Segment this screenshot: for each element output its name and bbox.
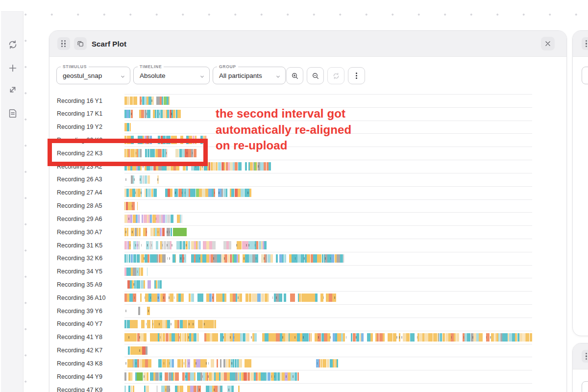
row-gridline [124,199,532,200]
recording-label: Recording 27 A4 [57,186,102,199]
card-header [573,31,588,57]
row-gridline [124,318,532,318]
recording-row: Recording 32 K6 [49,252,566,265]
scarf-bar [124,268,532,276]
recording-label: Recording 47 K9 [57,383,102,392]
recording-row: Recording 27 A4 [49,186,566,199]
recording-label: Recording 17 K1 [57,107,102,121]
row-gridline [124,94,532,95]
row-gridline [124,370,532,370]
scarf-bar [124,280,532,289]
recording-label: Recording 40 Y7 [57,318,102,331]
recording-row: Recording 44 Y9 [49,370,566,383]
row-gridline [124,173,532,173]
row-gridline [124,291,532,292]
scarf-bar [124,320,532,328]
recording-label: Recording 30 A7 [57,225,102,239]
recording-label: Recording 39 Y6 [57,304,102,318]
scarf-rows: Recording 16 Y1Recording 17 K1Recording … [49,31,566,392]
scarf-plot-card: Scarf Plot STIMULUS geostul_snap TIMELIN… [49,30,567,392]
side-card-bottom [572,343,588,392]
scarf-bar [124,241,532,249]
recording-row: Recording 39 Y6 [49,304,566,318]
annotation-text: the second interval got automatically re… [216,106,351,154]
side-card-select[interactable] [582,67,588,84]
row-gridline [124,383,532,384]
side-card-select[interactable] [582,381,588,392]
drag-handle-icon [586,353,588,360]
row-gridline [124,225,532,226]
row-gridline [124,331,532,331]
recording-row: Recording 26 A3 [49,173,566,186]
scarf-bar [124,97,532,105]
expand-icon[interactable] [7,84,18,95]
row-gridline [124,265,532,266]
row-gridline [124,344,532,344]
scarf-bar [124,254,532,263]
sync-icon[interactable] [7,39,18,50]
recording-row: Recording 36 A10 [49,291,566,304]
recording-label: Recording 31 K5 [57,239,102,252]
recording-label: Recording 42 K7 [57,344,102,357]
green-segment [137,372,143,381]
recording-row: Recording 16 Y1 [49,94,566,107]
drag-handle-icon [586,40,588,48]
recording-row: Recording 35 A9 [49,278,566,291]
scarf-bar [124,359,532,368]
scarf-bar [124,294,532,302]
scarf-bar [124,333,532,342]
add-icon[interactable] [7,63,18,74]
recording-label: Recording 36 A10 [57,291,105,304]
scarf-bar [124,189,532,197]
row-gridline [124,278,532,278]
scarf-bar [124,215,532,223]
left-sidebar [1,11,24,392]
recording-label: Recording 35 A9 [57,278,102,291]
recording-row: Recording 34 Y5 [49,265,566,278]
row-gridline [124,304,532,305]
green-segment [173,228,187,236]
recording-row: Recording 29 A6 [49,212,566,225]
recording-row: Recording 40 Y7 [49,318,566,331]
recording-label: Recording 29 A6 [57,212,102,225]
recording-label: Recording 19 Y2 [57,121,102,134]
recording-label: Recording 34 Y5 [57,265,102,278]
row-gridline [124,252,532,252]
recording-label: Recording 32 K6 [57,252,102,265]
card-header [573,343,588,369]
scarf-bar [124,202,532,210]
recording-label: Recording 41 Y8 [57,331,102,344]
recording-row: Recording 47 K9 [49,383,566,392]
recording-row: Recording 30 A7 [49,225,566,239]
scarf-bar [124,307,532,315]
recording-label: Recording 26 A3 [57,173,102,186]
scarf-bar [124,346,532,355]
scarf-bar [124,228,532,236]
annotation-rectangle [48,139,208,166]
drag-handle[interactable] [582,37,588,50]
recording-row: Recording 43 K8 [49,357,566,370]
row-gridline [124,239,532,239]
recording-label: Recording 28 A5 [57,199,102,213]
row-gridline [124,186,532,187]
recording-label: Recording 44 Y9 [57,370,102,383]
recording-row: Recording 41 Y8 [49,331,566,344]
row-gridline [124,212,532,213]
recording-row: Recording 31 K5 [49,239,566,252]
recording-label: Recording 16 Y1 [57,94,102,107]
drag-handle[interactable] [582,350,588,363]
recording-label: Recording 43 K8 [57,357,102,370]
scarf-bar [124,372,532,381]
side-card-top [572,30,588,336]
recording-row: Recording 42 K7 [49,344,566,357]
recording-row: Recording 28 A5 [49,199,566,213]
scarf-bar [124,386,532,392]
row-gridline [124,357,532,357]
document-icon[interactable] [7,108,18,119]
scarf-bar [124,175,532,184]
